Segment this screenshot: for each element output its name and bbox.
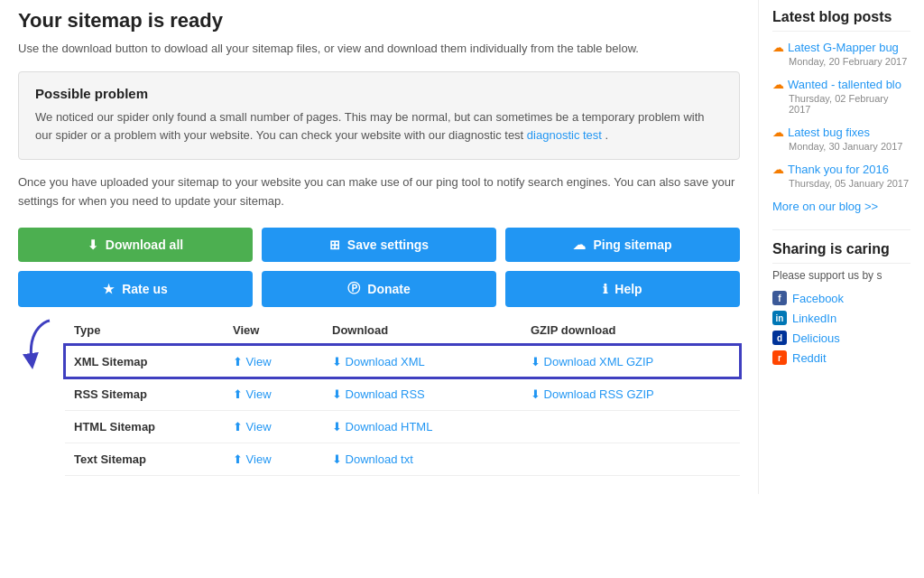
- blog-title: Latest blog posts: [772, 9, 910, 32]
- col-header-download: Download: [323, 316, 522, 345]
- ping-sitemap-label: Ping sitemap: [593, 238, 671, 252]
- sitemap-table: Type View Download GZIP download XML Sit…: [65, 316, 740, 476]
- del-icon: d: [772, 331, 787, 345]
- cell-type: Text Sitemap: [65, 443, 224, 475]
- social-link-reddit[interactable]: r Reddit: [772, 350, 910, 365]
- page-subtitle: Use the download button to dowload all y…: [18, 40, 740, 58]
- reddit-icon: r: [772, 350, 787, 365]
- col-header-view: View: [224, 316, 323, 345]
- donate-label: Donate: [367, 282, 410, 296]
- cell-gzip: [522, 443, 740, 475]
- rss-icon: ☁: [772, 78, 784, 91]
- rss-icon: ☁: [772, 126, 784, 139]
- view-link[interactable]: ⬆ View: [233, 420, 272, 434]
- sharing-title: Sharing is caring: [772, 241, 910, 264]
- gzip-link[interactable]: ⬇ Download RSS GZIP: [531, 387, 654, 401]
- gzip-link[interactable]: ⬇ Download XML GZIP: [531, 355, 653, 368]
- view-link[interactable]: ⬆ View: [233, 355, 272, 368]
- help-button[interactable]: ℹ Help: [505, 271, 740, 307]
- warning-text: We noticed our spider only found a small…: [35, 108, 723, 146]
- social-label: Facebook: [792, 292, 844, 305]
- sharing-section: Sharing is caring Please support us by s…: [772, 229, 910, 365]
- cell-view[interactable]: ⬆ View: [224, 410, 323, 443]
- social-link-linkedin[interactable]: in LinkedIn: [772, 311, 910, 325]
- donate-icon: Ⓟ: [347, 281, 360, 297]
- blog-link[interactable]: ☁ Wanted - tallented blo: [772, 78, 910, 91]
- download-all-button[interactable]: ⬇ Download all: [18, 228, 253, 262]
- cell-view[interactable]: ⬆ View: [224, 378, 323, 410]
- save-settings-label: Save settings: [347, 238, 429, 252]
- button-row-1: ⬇ Download all ⊞ Save settings ☁ Ping si…: [18, 228, 740, 262]
- info-icon: ℹ: [603, 282, 607, 296]
- blog-date: Thursday, 02 February 2017: [789, 93, 910, 115]
- warning-heading: Possible problem: [35, 86, 723, 101]
- download-link[interactable]: ⬇ Download txt: [332, 452, 413, 466]
- table-row: Text Sitemap ⬆ View ⬇ Download txt: [65, 443, 740, 475]
- download-link[interactable]: ⬇ Download HTML: [332, 420, 432, 434]
- fb-icon: f: [772, 291, 787, 305]
- social-label: Delicious: [792, 331, 840, 345]
- ping-sitemap-button[interactable]: ☁ Ping sitemap: [505, 228, 740, 262]
- rss-icon: ☁: [772, 41, 784, 54]
- download-link[interactable]: ⬇ Download RSS: [332, 387, 425, 401]
- cell-view[interactable]: ⬆ View: [224, 443, 323, 475]
- star-icon: ★: [103, 282, 115, 296]
- cell-type: RSS Sitemap: [65, 378, 224, 410]
- more-blog-link[interactable]: More on our blog >>: [772, 200, 910, 213]
- diagnostic-link[interactable]: diagnostic test: [527, 128, 602, 142]
- table-row: XML Sitemap ⬆ View ⬇ Download XML ⬇ Down…: [65, 345, 740, 378]
- blog-date: Monday, 20 February 2017: [789, 56, 910, 67]
- save-settings-button[interactable]: ⊞ Save settings: [262, 228, 496, 262]
- save-icon: ⊞: [329, 238, 340, 252]
- description-text: Once you have uploaded your sitemap to y…: [18, 173, 740, 211]
- blog-date: Monday, 30 January 2017: [789, 141, 910, 152]
- blog-item: ☁ Wanted - tallented blo Thursday, 02 Fe…: [772, 78, 910, 115]
- view-link[interactable]: ⬆ View: [233, 387, 272, 401]
- col-header-gzip: GZIP download: [522, 316, 740, 345]
- donate-button[interactable]: Ⓟ Donate: [262, 271, 496, 307]
- download-icon: ⬇: [88, 238, 98, 252]
- cell-type: XML Sitemap: [65, 345, 224, 378]
- blog-item: ☁ Thank you for 2016 Thursday, 05 Januar…: [772, 163, 910, 189]
- col-header-type: Type: [65, 316, 224, 345]
- sidebar: Latest blog posts ☁ Latest G-Mapper bug …: [758, 0, 924, 494]
- blog-link[interactable]: ☁ Latest bug fixes: [772, 126, 910, 139]
- download-link[interactable]: ⬇ Download XML: [332, 355, 425, 368]
- button-row-2: ★ Rate us Ⓟ Donate ℹ Help: [18, 271, 740, 307]
- social-label: Reddit: [792, 351, 827, 365]
- download-all-label: Download all: [106, 238, 183, 252]
- warning-box: Possible problem We noticed our spider o…: [18, 71, 740, 161]
- sharing-desc: Please support us by s: [772, 269, 910, 282]
- page-title: Your sitemap is ready: [18, 9, 740, 33]
- cell-gzip[interactable]: ⬇ Download RSS GZIP: [522, 378, 740, 410]
- social-link-facebook[interactable]: f Facebook: [772, 291, 910, 305]
- social-link-delicious[interactable]: d Delicious: [772, 331, 910, 345]
- table-row: RSS Sitemap ⬆ View ⬇ Download RSS ⬇ Down…: [65, 378, 740, 410]
- blog-date: Thursday, 05 January 2017: [789, 178, 910, 189]
- cell-type: HTML Sitemap: [65, 410, 224, 443]
- social-label: LinkedIn: [792, 312, 836, 325]
- blog-link[interactable]: ☁ Latest G-Mapper bug: [772, 41, 910, 54]
- table-row: HTML Sitemap ⬆ View ⬇ Download HTML: [65, 410, 740, 443]
- cell-gzip[interactable]: ⬇ Download XML GZIP: [522, 345, 740, 378]
- ping-icon: ☁: [573, 238, 586, 252]
- view-link[interactable]: ⬆ View: [233, 452, 272, 466]
- rss-icon: ☁: [772, 163, 784, 176]
- cell-download[interactable]: ⬇ Download HTML: [323, 410, 522, 443]
- cell-download[interactable]: ⬇ Download XML: [323, 345, 522, 378]
- help-label: Help: [614, 282, 642, 296]
- cell-view[interactable]: ⬆ View: [224, 345, 323, 378]
- arrow-icon: [18, 316, 63, 370]
- li-icon: in: [772, 311, 787, 325]
- cell-download[interactable]: ⬇ Download txt: [323, 443, 522, 475]
- rate-us-label: Rate us: [122, 282, 168, 296]
- blog-item: ☁ Latest bug fixes Monday, 30 January 20…: [772, 126, 910, 152]
- blog-item: ☁ Latest G-Mapper bug Monday, 20 Februar…: [772, 41, 910, 67]
- rate-us-button[interactable]: ★ Rate us: [18, 271, 253, 307]
- cell-gzip: [522, 410, 740, 443]
- cell-download[interactable]: ⬇ Download RSS: [323, 378, 522, 410]
- blog-link[interactable]: ☁ Thank you for 2016: [772, 163, 910, 176]
